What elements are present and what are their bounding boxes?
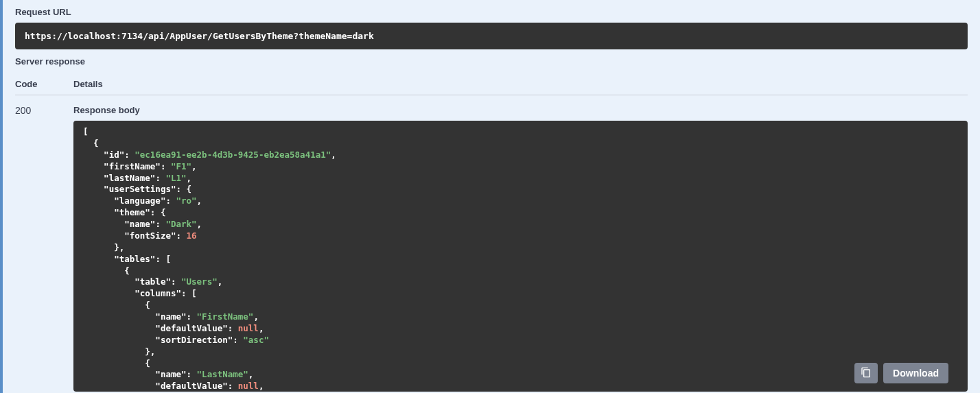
clipboard-icon	[861, 367, 872, 380]
response-body-content[interactable]: [ { "id": "ec16ea91-ee2b-4d3b-9425-eb2ea…	[73, 121, 968, 392]
response-row: 200 Response body [ { "id": "ec16ea91-ee…	[15, 105, 968, 392]
response-body-label: Response body	[73, 105, 968, 115]
response-details: Response body [ { "id": "ec16ea91-ee2b-4…	[73, 105, 968, 392]
column-header-details: Details	[73, 79, 968, 89]
request-url-value[interactable]: https://localhost:7134/api/AppUser/GetUs…	[15, 23, 968, 49]
column-header-code: Code	[15, 79, 73, 89]
copy-button[interactable]	[854, 363, 878, 383]
status-code: 200	[15, 105, 73, 392]
response-columns-header: Code Details	[15, 79, 968, 95]
download-button[interactable]: Download	[883, 363, 948, 383]
request-url-label: Request URL	[15, 7, 968, 17]
server-response-label: Server response	[15, 56, 968, 67]
